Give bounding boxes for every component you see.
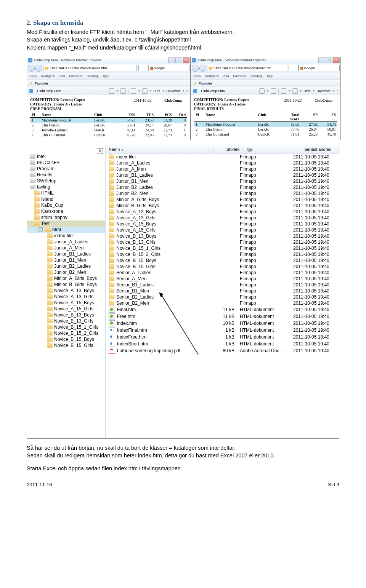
file-row-folder[interactable]: Novice_B_13_GirlsFilmapp2011-10-05 19:40 <box>106 239 339 245</box>
menu-redigera[interactable]: Redigera <box>41 74 55 78</box>
file-row-folder[interactable]: Novice_A_15_GirlsFilmapp2011-10-05 19:40 <box>106 227 339 233</box>
tree-item[interactable]: Karlskrona <box>27 208 105 214</box>
file-row-folder[interactable]: Novice_B_15_BoysFilmapp2011-10-05 19:40 <box>106 257 339 264</box>
tree-item[interactable]: Novice_B_13_Boys <box>27 312 105 318</box>
collapse-icon[interactable]: − <box>39 227 43 232</box>
tree-item[interactable]: Novice_B_15_2_Girls <box>27 330 105 336</box>
file-row-folder[interactable]: Junior_B1_MenFilmapp2011-10-05 19:40 <box>106 178 339 184</box>
tree-item[interactable]: Novice_B_13_Girls <box>27 318 105 324</box>
menu-favoriter[interactable]: Favoriter <box>233 74 247 78</box>
maximize-button[interactable]: ☐ <box>175 57 182 63</box>
file-row[interactable]: IndexFinal.htm1 kBHTML-dokument2011-10-0… <box>106 327 339 334</box>
search-box[interactable]: Google <box>299 65 340 71</box>
file-row-folder[interactable]: Novice_B_15_GirlsFilmapp2011-10-05 19:40 <box>106 264 339 270</box>
tree-item[interactable]: Minior_A_Girls_Boys <box>27 275 105 281</box>
tree-item[interactable]: Junior_B1_Men <box>27 257 105 263</box>
tree-item[interactable]: Program <box>27 166 105 172</box>
favorites-label[interactable]: Favoriter <box>35 81 48 85</box>
tree-item[interactable]: Minior_B_Girls_Boys <box>27 281 105 288</box>
file-row-folder[interactable]: Novice_B_15_2_GirlsFilmapp2011-10-05 19:… <box>106 251 339 257</box>
mail-icon[interactable] <box>281 88 286 94</box>
tab-label[interactable]: ClubComp Free <box>37 89 61 93</box>
forward-button[interactable] <box>199 65 206 72</box>
close-button[interactable]: ✕ <box>333 57 340 63</box>
mail-icon[interactable] <box>131 88 136 94</box>
col-size[interactable]: Storlek <box>214 146 243 153</box>
file-row[interactable]: index.htm10 kBHTML-dokument2011-10-05 19… <box>106 320 339 327</box>
refresh-button[interactable] <box>138 65 148 71</box>
menu-hjalp[interactable]: Hjälp <box>265 74 273 78</box>
minimize-button[interactable]: _ <box>318 57 325 63</box>
safety-menu[interactable]: Säkerhet <box>317 89 331 93</box>
maximize-button[interactable]: ☐ <box>326 57 332 63</box>
tree-item[interactable]: Novice_B_15_Boys <box>27 336 105 342</box>
print-icon[interactable] <box>292 88 298 94</box>
menu-visa[interactable]: Visa <box>59 74 65 78</box>
page-menu[interactable]: Sida <box>154 89 161 93</box>
file-row-folder[interactable]: Novice_B_13_BoysFilmapp2011-10-05 19:40 <box>106 233 339 239</box>
forward-button[interactable] <box>35 65 42 72</box>
tree-item[interactable]: Junior_A_Men <box>27 245 105 251</box>
file-row[interactable]: Free.htm11 kBHTML-dokument2011-10-05 19:… <box>106 313 339 320</box>
tree-item[interactable]: Novice_A_13_Boys <box>27 288 105 294</box>
address-bar[interactable]: \\192.168.0.19\Results\IndexFree.htm <box>43 65 137 71</box>
tree-item[interactable]: index-filer <box>27 233 105 239</box>
tree-item-html[interactable]: − html <box>27 227 105 233</box>
file-row-folder[interactable]: Novice_B_15_1_GirlsFilmapp2011-10-05 19:… <box>106 245 339 251</box>
col-date[interactable]: Senast ändrad <box>301 146 339 153</box>
file-row-folder[interactable]: Senior_A_MenFilmapp2011-10-05 19:40 <box>106 276 339 282</box>
tree-item[interactable]: ISUCalcFS <box>27 160 105 166</box>
file-row-folder[interactable]: Junior_B2_MenFilmapp2011-10-05 19:40 <box>106 190 339 197</box>
search-box[interactable]: Google <box>148 65 189 71</box>
tree-item[interactable]: SWSetup <box>27 178 105 184</box>
tree-item[interactable]: Novice_A_15_Boys <box>27 300 105 306</box>
page-menu[interactable]: Sida <box>304 89 311 93</box>
file-row[interactable]: Final.htm11 kBHTML-dokument2011-10-05 19… <box>106 306 339 313</box>
feed-icon[interactable] <box>120 88 126 94</box>
close-button[interactable]: ✕ <box>183 57 189 63</box>
tree-item[interactable]: sthlm_trophy <box>27 214 105 220</box>
file-row-folder[interactable]: Novice_A_13_BoysFilmapp2011-10-05 19:40 <box>106 209 339 215</box>
col-name[interactable]: Namn▲ <box>106 146 214 153</box>
minimize-button[interactable]: _ <box>168 57 175 63</box>
back-button[interactable] <box>28 65 35 72</box>
file-row-folder[interactable]: Senior_B2_MenFilmapp2011-10-05 19:40 <box>106 300 339 306</box>
favorites-label[interactable]: Favoriter <box>199 81 212 85</box>
tree-item[interactable]: Novice_B_15_Girls <box>27 342 105 348</box>
file-row-folder[interactable]: Senior_B2_LadiesFilmapp2011-10-05 19:40 <box>106 294 339 300</box>
file-row-folder[interactable]: Junior_A_MenFilmapp2011-10-05 19:40 <box>106 166 339 172</box>
address-bar[interactable]: \\192.168.0.19\Results\IndexFinal.htm <box>207 65 287 71</box>
col-type[interactable]: Typ <box>243 146 301 153</box>
tree-item[interactable]: Junior_B1_Ladies <box>27 251 105 257</box>
tree-item[interactable]: Intel <box>27 153 105 160</box>
home-icon[interactable] <box>109 88 114 94</box>
tree-item[interactable]: KaBo_Cup <box>27 202 105 208</box>
close-tree-button[interactable]: ✕ <box>97 148 103 153</box>
file-row-folder[interactable]: Novice_A_13_GirlsFilmapp2011-10-05 19:40 <box>106 215 339 221</box>
file-row-folder[interactable]: Minior_B_Girls_BoysFilmapp2011-10-05 19:… <box>106 203 339 209</box>
print-icon[interactable] <box>142 88 148 94</box>
file-row-folder[interactable]: Minior_A_Girls_BoysFilmapp2011-10-05 19:… <box>106 197 339 203</box>
file-row-folder[interactable]: Senior_A_LadiesFilmapp2011-10-05 19:40 <box>106 270 339 276</box>
tree-item[interactable]: tävling <box>27 184 105 190</box>
tree-item[interactable]: Junior_B2_Ladies <box>27 263 105 269</box>
file-row-folder[interactable]: Junior_B1_LadiesFilmapp2011-10-05 19:40 <box>106 172 339 178</box>
menu-hjalp[interactable]: Hjälp <box>101 74 109 78</box>
file-row-folder[interactable]: Senior_B1_LadiesFilmapp2011-10-05 19:40 <box>106 282 339 288</box>
tree-item[interactable]: Junior_A_Ladies <box>27 239 105 245</box>
menu-verktyg[interactable]: Verktyg <box>86 74 98 78</box>
feed-icon[interactable] <box>271 88 276 94</box>
file-row-folder[interactable]: Senior_B1_MenFilmapp2011-10-05 19:40 <box>106 288 339 294</box>
file-row[interactable]: Lathund sortering-kopiering.pdf80 kBAdob… <box>106 347 339 354</box>
menu-redigera[interactable]: Redigera <box>205 74 219 78</box>
tree-item[interactable]: Results <box>27 172 105 178</box>
tree-item[interactable]: Novice_B_15_1_Girls <box>27 324 105 330</box>
file-row[interactable]: IndexFree.htm1 kBHTML-dokument2011-10-05… <box>106 334 339 340</box>
tab-label[interactable]: ClubComp Final <box>201 89 226 93</box>
tree-item[interactable]: Novice_A_15_Girls <box>27 306 105 312</box>
refresh-button[interactable] <box>289 65 299 71</box>
tree-item[interactable]: Test <box>27 220 105 227</box>
menu-verktyg[interactable]: Verktyg <box>250 74 262 78</box>
menu-arkiv[interactable]: Arkiv <box>29 74 37 78</box>
tree-item[interactable]: Island <box>27 196 105 202</box>
